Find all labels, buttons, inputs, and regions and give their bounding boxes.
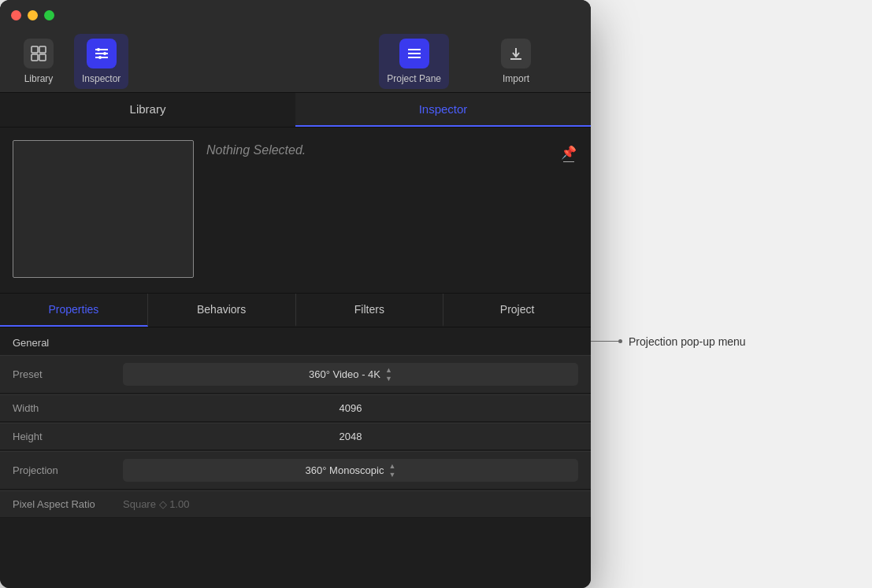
pixel-aspect-ratio-row: Pixel Aspect Ratio Square ◇ 1.00 [0,490,591,518]
sub-tab-bar: Properties Behaviors Filters Project [0,293,591,327]
projection-value: 360° Monoscopic [306,464,384,476]
height-label: Height [13,431,123,442]
main-tab-bar: Library Inspector [0,93,591,128]
svg-rect-1 [39,46,46,53]
inspector-icon [87,39,117,68]
svg-rect-2 [32,54,38,61]
projection-select[interactable]: 360° Monoscopic ▲ ▼ [123,459,578,482]
project-pane-toolbar-button[interactable]: Project Pane [379,34,449,89]
pin-button[interactable]: 📌 [559,143,578,164]
pin-underline [563,161,574,162]
inspector-toolbar-button[interactable]: Inspector [74,34,128,89]
projection-chevron-icon: ▲ ▼ [388,462,395,479]
preset-label: Preset [13,368,123,380]
tab-library[interactable]: Library [0,93,295,127]
preset-row: Preset 360° Video - 4K ▲ ▼ [0,355,591,394]
library-icon [24,39,54,68]
app-window: Library Inspector [0,0,591,588]
preset-chevron-icon: ▲ ▼ [385,366,392,383]
annotation-wrapper: Projection pop-up menu [591,335,746,348]
annotation-area: Projection pop-up menu [591,0,607,588]
title-bar [0,0,591,30]
import-toolbar-button[interactable]: Import [493,34,539,89]
close-button[interactable] [11,10,21,20]
preset-value: 360° Video - 4K [309,368,380,380]
inspector-toolbar-label: Inspector [82,73,121,84]
general-section-header: General [0,327,591,355]
library-toolbar-button[interactable]: Library [16,34,61,89]
svg-rect-0 [32,46,38,53]
pixel-aspect-ratio-value: Square ◇ 1.00 [123,498,189,510]
svg-point-8 [103,52,106,55]
width-value: 4096 [123,402,578,414]
width-label: Width [13,402,123,414]
import-icon [501,39,531,68]
tab-inspector[interactable]: Inspector [295,93,591,127]
projection-row: Projection 360° Monoscopic ▲ ▼ [0,451,591,490]
annotation-text: Projection pop-up menu [629,335,746,348]
preview-info: Nothing Selected. 📌 [206,140,578,167]
height-row: Height 2048 [0,423,591,450]
project-pane-toolbar-label: Project Pane [387,73,441,84]
project-pane-icon [399,39,429,68]
svg-rect-3 [39,54,46,61]
width-row: Width 4096 [0,394,591,422]
import-toolbar-label: Import [503,73,529,84]
tab-project[interactable]: Project [443,294,591,327]
tab-behaviors[interactable]: Behaviors [148,294,296,327]
svg-point-9 [98,56,102,59]
minimize-button[interactable] [28,10,38,20]
height-value: 2048 [123,431,578,442]
tab-filters[interactable]: Filters [296,294,444,327]
toolbar: Library Inspector [0,30,591,93]
traffic-lights [11,10,54,20]
nothing-selected-text: Nothing Selected. [206,143,306,157]
properties-panel: General Preset 360° Video - 4K ▲ ▼ Width… [0,327,591,588]
library-toolbar-label: Library [24,73,54,84]
pin-icon: 📌 [561,145,577,160]
maximize-button[interactable] [44,10,54,20]
annotation-dot [618,339,622,343]
projection-label: Projection [13,464,123,476]
pixel-aspect-ratio-label: Pixel Aspect Ratio [13,498,123,510]
annotation-line [591,341,618,342]
tab-properties[interactable]: Properties [0,294,148,327]
svg-point-7 [97,48,100,51]
preview-thumbnail [13,140,194,278]
preview-area: Nothing Selected. 📌 [0,128,591,293]
preset-select[interactable]: 360° Video - 4K ▲ ▼ [123,363,578,386]
